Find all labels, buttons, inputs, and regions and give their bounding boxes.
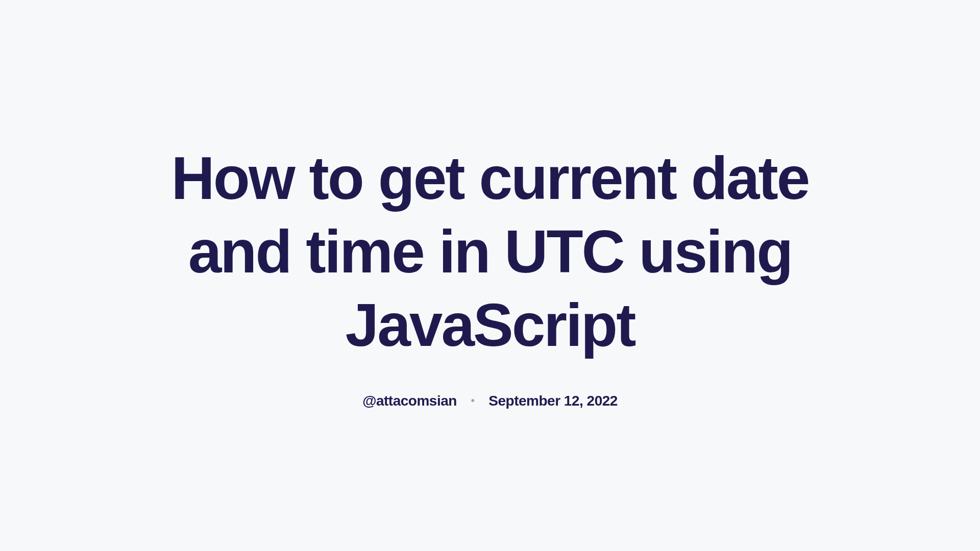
article-title: How to get current date and time in UTC … (153, 142, 827, 362)
separator-bullet: • (471, 395, 475, 407)
article-header: How to get current date and time in UTC … (133, 142, 847, 409)
author-handle: @attacomsian (362, 393, 457, 409)
article-meta: @attacomsian • September 12, 2022 (153, 393, 827, 409)
publish-date: September 12, 2022 (488, 393, 618, 409)
